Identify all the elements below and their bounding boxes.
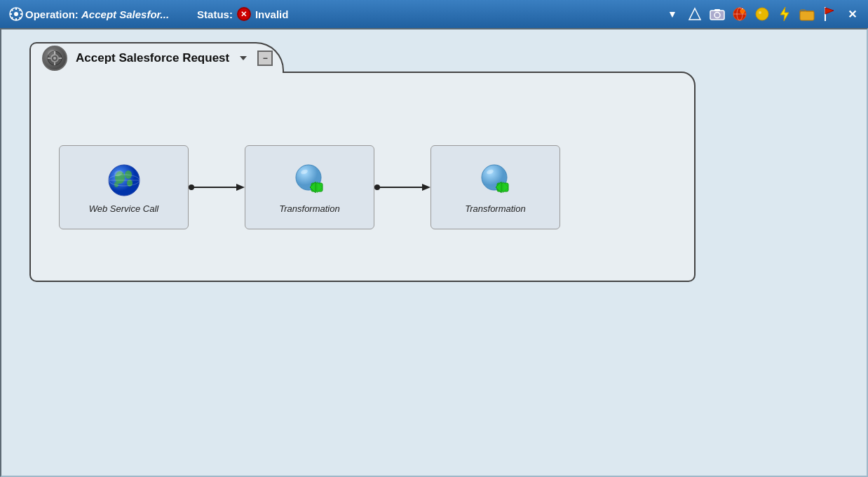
web-service-icon <box>104 161 143 199</box>
operation-container: Accept Salesforce Request − <box>29 72 696 282</box>
canvas-area: Accept Salesforce Request − <box>0 28 868 477</box>
svg-marker-43 <box>236 184 245 191</box>
transformation-2-node[interactable]: Transformation <box>430 145 560 229</box>
svg-point-17 <box>740 9 745 13</box>
svg-marker-51 <box>422 184 430 191</box>
operation-title: Accept Salesforce Request <box>76 51 229 65</box>
svg-line-6 <box>11 9 13 11</box>
status-value: Invalid <box>255 8 289 20</box>
svg-point-37 <box>114 182 118 187</box>
svg-point-19 <box>756 8 768 20</box>
transformation-2-label: Transformation <box>465 203 525 214</box>
dropdown-arrow-icon[interactable]: ▼ <box>663 5 681 23</box>
web-service-call-label: Web Service Call <box>89 203 158 214</box>
status-section: Status: ✕ Invalid <box>197 7 288 21</box>
operation-header: Accept Salesforce Request − <box>29 42 284 73</box>
camera-icon[interactable] <box>708 5 726 23</box>
toolbar-icons: ▼ <box>663 5 861 23</box>
folder-icon[interactable] <box>798 5 816 23</box>
operation-dropdown-button[interactable] <box>236 51 250 65</box>
svg-rect-22 <box>800 11 814 20</box>
svg-rect-13 <box>714 9 720 11</box>
status-invalid-icon: ✕ <box>237 7 251 21</box>
web-service-call-node[interactable]: Web Service Call <box>59 145 189 229</box>
svg-line-8 <box>20 9 21 11</box>
red-globe-icon[interactable] <box>731 5 749 23</box>
title-bar: Operation: Accept Salesfor... Status: ✕ … <box>0 0 868 28</box>
operation-icon <box>7 5 25 23</box>
status-label: Status: <box>197 8 233 20</box>
svg-line-7 <box>20 18 21 19</box>
svg-point-20 <box>759 11 761 14</box>
transformation-2-icon <box>476 161 515 199</box>
operation-name: Accept Salesfor... <box>81 8 169 20</box>
arrow-2 <box>374 180 430 194</box>
svg-point-1 <box>14 12 18 16</box>
transformation-1-icon <box>290 161 329 199</box>
transformation-1-label: Transformation <box>279 203 339 214</box>
operation-label: Operation: <box>25 8 79 20</box>
close-button[interactable]: ✕ <box>843 5 861 23</box>
operation-minimize-button[interactable]: − <box>257 51 273 66</box>
flow-area: Web Service Call <box>59 115 666 260</box>
svg-marker-10 <box>689 8 700 20</box>
svg-marker-32 <box>240 56 247 60</box>
svg-point-27 <box>53 57 56 60</box>
lightning-icon[interactable] <box>775 5 794 23</box>
flag-icon[interactable] <box>820 5 839 23</box>
gold-icon[interactable] <box>753 5 771 23</box>
arrow-1 <box>189 180 245 194</box>
svg-line-9 <box>11 18 13 19</box>
shape-icon[interactable] <box>686 5 704 23</box>
operation-type-icon <box>41 44 69 72</box>
svg-marker-21 <box>780 7 789 21</box>
svg-marker-24 <box>825 8 834 14</box>
transformation-1-node[interactable]: Transformation <box>245 145 374 229</box>
